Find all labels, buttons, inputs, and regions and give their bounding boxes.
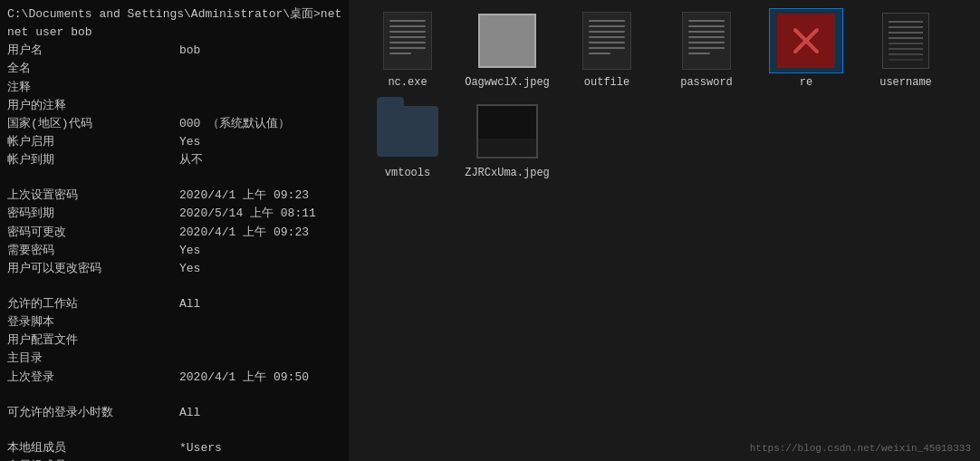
terminal-kv-row: 用户名bob — [7, 42, 341, 60]
terminal-value: All — [179, 295, 200, 313]
terminal-blank-line — [7, 169, 341, 187]
file-label-nc-exe: nc.exe — [388, 76, 427, 91]
file-label-username: username — [879, 76, 932, 91]
file-item-vmtools[interactable]: vmtools — [362, 100, 453, 181]
terminal-key: 密码可更改 — [7, 224, 179, 242]
terminal-value: *None — [179, 457, 215, 461]
file-icon-oagwwclx — [471, 9, 543, 72]
terminal-single-line: 登录脚本 — [7, 313, 341, 331]
terminal-value: 000 （系统默认值） — [179, 115, 290, 133]
terminal-value: Yes — [179, 260, 200, 278]
file-grid: nc.exe OagwwclX.jpeg outfile — [349, 0, 980, 189]
username-icon — [882, 13, 929, 69]
terminal-value: Yes — [179, 133, 200, 151]
terminal-key: 用户名 — [7, 42, 179, 60]
file-icon-username — [870, 9, 942, 72]
terminal-key: 上次设置密码 — [7, 187, 179, 205]
terminal-single-line: 注释 — [7, 79, 341, 97]
terminal-value: bob — [179, 42, 200, 60]
file-icon-password — [670, 9, 743, 72]
terminal-key: 密码到期 — [7, 205, 179, 223]
file-item-nc-exe[interactable]: nc.exe — [362, 9, 453, 91]
terminal-key: 帐户启用 — [7, 133, 179, 151]
file-icon-zjrcxuma — [471, 100, 543, 163]
folder-icon-vmtools — [377, 106, 438, 157]
terminal-kv-row: 上次设置密码2020/4/1 上午 09:23 — [7, 187, 341, 205]
terminal-kv-row: 用户可以更改密码Yes — [7, 260, 341, 278]
terminal-single-line: 用户的注释 — [7, 97, 341, 115]
terminal-kv-row: 允许的工作站All — [7, 295, 341, 313]
file-label-vmtools: vmtools — [385, 167, 430, 181]
terminal-key: 可允许的登录小时数 — [7, 404, 179, 422]
terminal-value: *Users — [179, 439, 222, 457]
terminal-value: 2020/4/1 上午 09:50 — [179, 369, 309, 387]
terminal-value: 2020/4/1 上午 09:23 — [179, 224, 309, 242]
file-icon-re — [770, 9, 842, 72]
file-icon-nc-exe — [371, 9, 444, 72]
terminal-value: 从不 — [179, 151, 203, 169]
terminal-value: 2020/4/1 上午 09:23 — [179, 187, 309, 205]
jpeg-icon-light — [478, 14, 536, 68]
exe-icon — [383, 12, 432, 70]
terminal-kv-row: 国家(地区)代码000 （系统默认值） — [7, 115, 341, 133]
terminal-kv-row: 帐户启用Yes — [7, 133, 341, 151]
terminal-value: 2020/5/14 上午 08:11 — [179, 205, 316, 223]
terminal-single-line: 主目录 — [7, 350, 341, 368]
terminal-key: 帐户到期 — [7, 151, 179, 169]
terminal-kv-row: 需要密码Yes — [7, 242, 341, 260]
file-item-re[interactable]: re — [761, 9, 851, 91]
jpeg-icon-dark — [476, 104, 538, 158]
file-item-outfile[interactable]: outfile — [562, 9, 652, 91]
file-label-re: re — [800, 76, 812, 91]
terminal-panel: C:\Documents and Settings\Administrator\… — [0, 0, 349, 461]
terminal-kv-row: 帐户到期从不 — [7, 151, 341, 169]
terminal-key: 允许的工作站 — [7, 295, 179, 313]
terminal-single-line: 用户配置文件 — [7, 331, 341, 350]
terminal-command: net user bob — [7, 24, 341, 42]
file-label-outfile: outfile — [584, 76, 629, 91]
terminal-fields: 用户名bob全名注释用户的注释国家(地区)代码000 （系统默认值）帐户启用Ye… — [7, 42, 341, 461]
password-icon — [682, 12, 731, 70]
terminal-key: 用户可以更改密码 — [7, 260, 179, 278]
terminal-single-line: 全名 — [7, 60, 341, 78]
terminal-kv-row: 可允许的登录小时数All — [7, 404, 341, 422]
terminal-value: All — [179, 404, 200, 422]
terminal-kv-row: 全局组成员*None — [7, 457, 341, 461]
file-icon-outfile — [571, 9, 643, 72]
terminal-blank-line — [7, 278, 341, 295]
file-item-username[interactable]: username — [860, 9, 951, 91]
terminal-key: 上次登录 — [7, 369, 179, 387]
terminal-key: 全局组成员 — [7, 457, 179, 461]
terminal-kv-row: 密码到期2020/5/14 上午 08:11 — [7, 205, 341, 223]
terminal-value: Yes — [179, 242, 200, 260]
terminal-key: 国家(地区)代码 — [7, 115, 179, 133]
file-label-zjrcxuma: ZJRCxUma.jpeg — [465, 167, 550, 181]
terminal-key: 需要密码 — [7, 242, 179, 260]
watermark: https://blog.csdn.net/weixin_45018333 — [750, 443, 971, 454]
terminal-kv-row: 密码可更改2020/4/1 上午 09:23 — [7, 224, 341, 242]
file-icon-vmtools — [371, 100, 444, 163]
file-label-password: password — [680, 76, 733, 91]
file-label-oagwwclx: OagwwclX.jpeg — [465, 76, 550, 91]
terminal-kv-row: 本地组成员*Users — [7, 439, 341, 457]
file-item-password[interactable]: password — [661, 9, 752, 91]
selected-icon — [777, 14, 835, 68]
explorer-panel: nc.exe OagwwclX.jpeg outfile — [349, 0, 980, 461]
terminal-blank-line — [7, 422, 341, 439]
terminal-prompt: C:\Documents and Settings\Administrator\… — [7, 5, 341, 24]
outfile-icon — [582, 12, 631, 70]
terminal-kv-row: 上次登录2020/4/1 上午 09:50 — [7, 369, 341, 387]
file-item-oagwwclx[interactable]: OagwwclX.jpeg — [462, 9, 552, 91]
file-item-zjrcxuma[interactable]: ZJRCxUma.jpeg — [462, 100, 552, 181]
terminal-blank-line — [7, 387, 341, 404]
terminal-key: 本地组成员 — [7, 439, 179, 457]
